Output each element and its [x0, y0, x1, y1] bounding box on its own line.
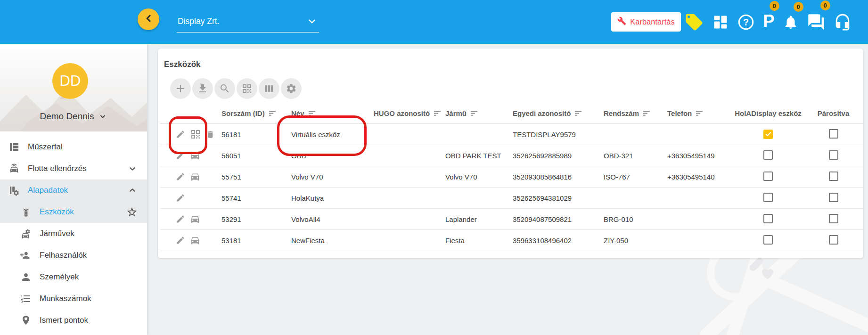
- edit-row-action-icon[interactable]: [176, 130, 185, 139]
- toolbar-add-button[interactable]: [170, 78, 191, 99]
- hola-checkbox[interactable]: [763, 235, 773, 245]
- column-header-hugo[interactable]: HUGO azonosító: [372, 103, 443, 124]
- cell-egyedi: 352625694381029: [511, 188, 602, 209]
- cell-hugo: [372, 188, 443, 209]
- cell-telefon: [666, 188, 733, 209]
- user-menu[interactable]: Demo Dennis: [0, 111, 147, 122]
- messages-icon[interactable]: 0: [807, 13, 826, 32]
- dashboard-icon[interactable]: [712, 14, 729, 31]
- sidebar-item-muszerfal[interactable]: Műszerfal: [0, 136, 147, 158]
- notifications-icon[interactable]: 0: [783, 14, 799, 30]
- chevron-down-icon: [127, 163, 138, 174]
- toolbar-search-button[interactable]: [214, 78, 235, 99]
- map-pin-icon: [20, 315, 32, 326]
- cell-telefon: [666, 230, 733, 251]
- qr-row-action-icon[interactable]: [190, 129, 201, 140]
- cell-egyedi: TESTDISPLAY9579: [511, 124, 602, 145]
- edit-row-action-icon[interactable]: [176, 214, 185, 224]
- table-row: 53181NewFiestaFiesta359633108496402ZIY-0…: [160, 230, 863, 251]
- parositva-checkbox[interactable]: [829, 214, 838, 223]
- cell-hugo: [372, 209, 443, 230]
- table-row: 56051OBDOBD PARK TEST352625692885989OBD-…: [160, 145, 863, 166]
- column-header-telefon[interactable]: Telefon: [666, 103, 733, 124]
- star-icon[interactable]: [126, 206, 138, 218]
- cell-nev: Virtuális eszköz: [290, 124, 372, 145]
- svg-text:?: ?: [743, 16, 749, 27]
- column-header-rendszam[interactable]: Rendszám: [602, 103, 666, 124]
- edit-row-action-icon[interactable]: [176, 151, 185, 160]
- parositva-checkbox[interactable]: [829, 129, 838, 139]
- toolbar-columns-button[interactable]: [259, 78, 279, 99]
- topbar: Display Zrt. Karbantartás ?P000: [0, 0, 868, 44]
- badge-count: 0: [770, 1, 779, 11]
- dashboard-list-icon: [8, 141, 20, 153]
- car-row-action-icon[interactable]: [190, 172, 200, 182]
- company-select[interactable]: Display Zrt.: [177, 13, 319, 33]
- car-row-action-icon[interactable]: [190, 150, 200, 161]
- table-toolbar: [170, 78, 302, 99]
- avatar[interactable]: DD: [52, 63, 88, 99]
- parositva-checkbox[interactable]: [829, 235, 838, 245]
- parositva-checkbox[interactable]: [829, 172, 838, 181]
- hola-checkbox[interactable]: [763, 172, 773, 181]
- table-row: 55751Volvo V70Volvo V70352093085864816IS…: [160, 166, 863, 188]
- edit-row-action-icon[interactable]: [176, 193, 185, 203]
- badge-count: 0: [820, 0, 830, 10]
- parositva-checkbox[interactable]: [829, 150, 838, 160]
- hola-checkbox-checked[interactable]: [763, 130, 773, 139]
- sidebar-menu: MűszerfalFlotta ellenőrzésAlapadatokEszk…: [0, 136, 147, 331]
- sidebar-item-eszkozok[interactable]: Eszközök: [0, 201, 147, 223]
- maintenance-button[interactable]: Karbantartás: [611, 12, 681, 32]
- parositva-checkbox[interactable]: [829, 193, 838, 202]
- headset-icon[interactable]: [834, 13, 852, 31]
- actions-header: [160, 103, 217, 124]
- edit-row-action-icon[interactable]: [176, 172, 185, 181]
- column-header-nev[interactable]: Név: [290, 103, 372, 124]
- cell-rendszam: ZIY-050: [602, 230, 666, 251]
- car-row-action-icon[interactable]: [190, 235, 200, 245]
- cell-egyedi: 352093085864816: [511, 166, 602, 188]
- sidebar-item-szemelyek[interactable]: Személyek: [0, 266, 147, 288]
- delete-row-action-icon[interactable]: [206, 130, 215, 139]
- cell-jarmu: Fiesta: [443, 230, 511, 251]
- maintenance-button-label: Karbantartás: [630, 17, 674, 26]
- hola-checkbox[interactable]: [763, 214, 773, 223]
- toolbar-download-button[interactable]: [192, 78, 213, 99]
- sidebar-item-ismert[interactable]: Ismert pontok: [0, 310, 147, 331]
- back-button[interactable]: [138, 8, 159, 30]
- cell-nev: NewFiesta: [290, 230, 372, 251]
- toolbar-settings-button[interactable]: [281, 78, 302, 99]
- sidebar-item-jarmuvek[interactable]: Járművek: [0, 223, 147, 245]
- edit-row-action-icon[interactable]: [176, 236, 185, 245]
- cell-hola: [733, 230, 803, 251]
- hola-checkbox[interactable]: [763, 193, 773, 202]
- settings-icon: [286, 83, 297, 94]
- parking-icon[interactable]: P0: [763, 13, 775, 31]
- help-icon[interactable]: ?: [737, 13, 755, 31]
- sidebar-item-munkaszamok[interactable]: Munkaszámok: [0, 288, 147, 310]
- fleet-check-icon: [8, 163, 20, 174]
- car-row-action-icon[interactable]: [190, 214, 200, 224]
- company-select-value: Display Zrt.: [178, 16, 219, 26]
- cell-rendszam: BRG-010: [602, 209, 666, 230]
- cell-egyedi: 352625692885989: [511, 145, 602, 166]
- chevron-left-icon: [143, 13, 154, 25]
- cell-parositva: [803, 166, 863, 188]
- cell-sorszam: 53181: [217, 230, 290, 251]
- cell-parositva: [803, 188, 863, 209]
- hola-checkbox[interactable]: [763, 150, 773, 160]
- tag-icon[interactable]: [684, 12, 704, 32]
- column-header-sorszam[interactable]: Sorszám (ID): [217, 103, 290, 124]
- base-data-icon: [8, 185, 20, 196]
- sidebar-item-label: Flotta ellenőrzés: [28, 164, 87, 173]
- badge-count: 0: [794, 2, 803, 12]
- column-header-egyedi[interactable]: Egyedi azonosító: [511, 103, 602, 124]
- toolbar-qr-button[interactable]: [237, 78, 257, 99]
- table-row: 55741HolaKutya352625694381029: [160, 188, 863, 209]
- sidebar-item-flotta[interactable]: Flotta ellenőrzés: [0, 158, 147, 180]
- person-icon: [20, 271, 32, 283]
- numbered-list-icon: [20, 293, 32, 304]
- sidebar-item-alapadatok[interactable]: Alapadatok: [0, 180, 147, 201]
- column-header-jarmu[interactable]: Jármű: [443, 103, 511, 124]
- sidebar-item-felhasznalok[interactable]: Felhasználók: [0, 245, 147, 266]
